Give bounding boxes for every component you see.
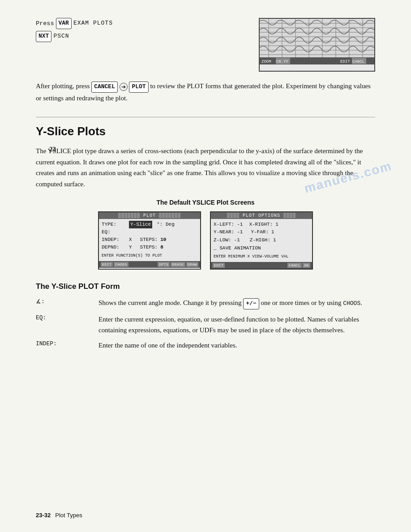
top-section: Press VAR EXAM PLOTS NXT PSCN <box>36 18 375 72</box>
steps-label: STEPS: <box>140 236 158 244</box>
ynear-label: Y-NEAR: <box>214 228 234 236</box>
angle-desc-text3: one or more times or by using <box>261 299 341 306</box>
indep-desc: Enter the name of one of the independent… <box>98 340 375 351</box>
pscn-text: PSCN <box>53 32 69 41</box>
choos-mono: CHOOS <box>343 300 360 307</box>
plot-screen-right: ▒▒▒▒ PLOT OPTIONS ▒▒▒▒ X-LEFT: -1 X-RIGH… <box>210 211 313 270</box>
arrow-right-icon: ➔ <box>120 83 128 91</box>
erase-btn: ERASE <box>171 262 185 267</box>
svg-text:CR.YY: CR.YY <box>276 60 289 64</box>
nxt-key: NXT <box>36 31 51 42</box>
top-screen: ZOOM CR.YY EDIT CANCL <box>259 18 375 72</box>
plot-key: PLOT <box>129 82 148 93</box>
plot-options-body: X-LEFT: -1 X-RIGHT: 1 Y-NEAR: -1 Y-FAR: … <box>211 219 312 262</box>
eq-term: EQ: <box>36 314 98 321</box>
depnd-label: DEPND: <box>102 244 126 251</box>
zlow-row: Z-LOW: -1 Z-HIGH: 1 <box>214 236 309 245</box>
zlow-label: Z-LOW: <box>214 236 231 245</box>
steps-val: 10 <box>160 236 166 244</box>
svg-text:ZOOM: ZOOM <box>261 60 271 64</box>
angle-desc-text5: . <box>360 299 362 306</box>
type-label: TYPE: <box>102 221 126 228</box>
eq-desc: Enter the current expression, equation, … <box>98 314 375 335</box>
cancel-key: CANCEL <box>91 82 118 93</box>
angle-desc-text1: Shows the current angle mode. Change it … <box>98 299 242 306</box>
ynear-val: -1 <box>237 228 243 236</box>
enter-text2: ENTER MINIMUM X VIEW-VOLUME VAL <box>214 254 309 260</box>
eq-label: EQ: <box>102 228 126 236</box>
indep-term: INDEP: <box>36 340 98 347</box>
def-list: ∡: Shows the current angle mode. Change … <box>36 297 375 351</box>
eq-row: EQ: <box>102 228 197 236</box>
top-text-block: Press VAR EXAM PLOTS NXT PSCN <box>36 18 245 44</box>
opts-btn: OPTS <box>158 262 170 267</box>
zlow-val: -1 <box>234 236 240 245</box>
indep-val: X <box>129 236 132 244</box>
screen-svg: ZOOM CR.YY EDIT CANCL <box>260 19 375 64</box>
draw-btn: DRAW <box>186 262 198 267</box>
plot-screen-footer: EDIT CHOOS OPTS ERASE DRAW <box>99 261 200 268</box>
yfar-label: Y-FAR: <box>251 228 269 236</box>
depnd-val: Y <box>129 244 132 251</box>
plot-screen-title: ▒▒▒▒▒▒▒ PLOT ▒▒▒▒▒▒▒ <box>99 212 200 219</box>
steps2-label: STEPS: <box>140 244 158 251</box>
press-line-2: NXT PSCN <box>36 31 245 42</box>
depnd-row: DEPND: Y STEPS: 8 <box>102 244 197 251</box>
svg-text:CANCL: CANCL <box>352 60 364 64</box>
body-section: 23 The YSLICE plot type draws a series o… <box>36 146 375 190</box>
section-divider <box>36 117 375 117</box>
zhigh-label: Z-HIGH: <box>250 236 270 245</box>
screens-caption: The Default YSLICE Plot Screens <box>36 199 375 206</box>
def-row-indep: INDEP: Enter the name of one of the inde… <box>36 340 375 351</box>
edit-btn: EDIT <box>101 262 113 267</box>
body-text: The YSLICE plot type draws a series of c… <box>36 146 375 190</box>
steps2-val: 8 <box>160 244 163 251</box>
after-plotting-para: After plotting, press CANCEL ➔ PLOT to r… <box>36 81 375 103</box>
angle-term: ∡: <box>36 297 98 305</box>
footer-page-num: 23-32 <box>36 512 51 519</box>
plot-screen-body: TYPE: Y-Slice °: Deg EQ: INDEP: X STEPS:… <box>99 219 200 261</box>
choos-btn: CHOOS <box>114 262 128 267</box>
plot-options-footer: EDIT CANCL OK <box>211 262 312 269</box>
deg-val: °: Deg <box>157 221 175 228</box>
indep-label: INDEP: <box>102 236 126 244</box>
screen-inner: ZOOM CR.YY EDIT CANCL <box>260 19 374 71</box>
zhigh-val: 1 <box>273 236 276 245</box>
def-row-eq: EQ: Enter the current expression, equati… <box>36 314 375 335</box>
after-text1: After plotting, press <box>36 82 90 90</box>
type-row: TYPE: Y-Slice °: Deg <box>102 221 197 228</box>
angle-desc: Shows the current angle mode. Change it … <box>98 297 375 309</box>
plot-screen-left: ▒▒▒▒▒▒▒ PLOT ▒▒▒▒▒▒▒ TYPE: Y-Slice °: De… <box>98 211 201 270</box>
enter-text: ENTER FUNCTION(S) TO PLOT <box>102 253 197 259</box>
xleft-label: X-LEFT: <box>214 221 234 229</box>
ok-btn-r: OK <box>303 263 310 268</box>
xleft-val: -1 <box>237 221 243 229</box>
section-title: Y-Slice Plots <box>36 124 375 138</box>
save-anim: _ SAVE ANIMATION <box>214 245 309 253</box>
ynear-row: Y-NEAR: -1 Y-FAR: 1 <box>214 228 309 236</box>
type-val: Y-Slice <box>129 221 152 228</box>
yfar-val: 1 <box>271 228 274 236</box>
press-label: Press <box>36 19 54 29</box>
xleft-row: X-LEFT: -1 X-RIGHT: 1 <box>214 221 309 229</box>
form-title: The Y-Slice PLOT Form <box>36 282 375 291</box>
edit-btn-r: EDIT <box>213 263 225 268</box>
plot-options-title: ▒▒▒▒ PLOT OPTIONS ▒▒▒▒ <box>211 212 312 219</box>
var-key: VAR <box>56 18 72 29</box>
exam-plots-text: EXAM PLOTS <box>73 19 113 28</box>
plusminus-key: +/− <box>243 298 259 309</box>
two-screens: ▒▒▒▒▒▒▒ PLOT ▒▒▒▒▒▒▒ TYPE: Y-Slice °: De… <box>36 211 375 270</box>
cancl-btn-r: CANCL <box>287 263 302 268</box>
page-footer: 23-32 Plot Types <box>36 512 375 519</box>
page-num-marker: 23 <box>49 146 56 153</box>
indep-row: INDEP: X STEPS: 10 <box>102 236 197 244</box>
svg-text:EDIT: EDIT <box>340 60 350 64</box>
footer-title: Plot Types <box>55 512 82 519</box>
press-line-1: Press VAR EXAM PLOTS <box>36 18 245 29</box>
def-row-angle: ∡: Shows the current angle mode. Change … <box>36 297 375 309</box>
xright-val: 1 <box>275 221 278 229</box>
xright-label: X-RIGHT: <box>249 221 273 229</box>
